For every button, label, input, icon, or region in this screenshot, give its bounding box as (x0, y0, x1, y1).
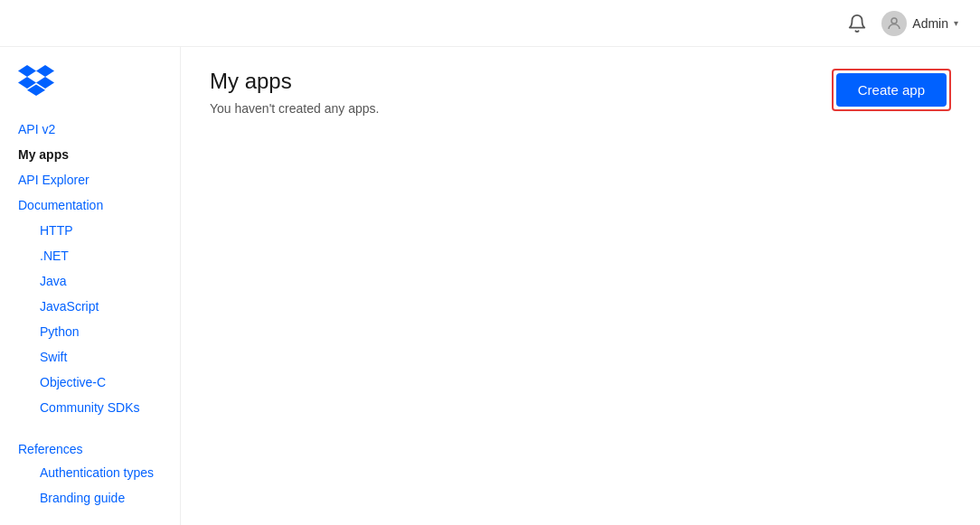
sidebar-item-branding-guide[interactable]: Branding guide (0, 485, 180, 511)
sidebar-item-java[interactable]: Java (0, 268, 180, 294)
logo-area (0, 65, 180, 117)
svg-point-0 (891, 18, 897, 23)
sidebar-item-javascript[interactable]: JavaScript (0, 294, 180, 319)
main-layout: API v2 My apps API Explorer Documentatio… (0, 47, 980, 525)
page-title: My apps (210, 69, 379, 94)
content-area: My apps You haven't created any apps. Cr… (181, 47, 980, 525)
sidebar-item-api-explorer[interactable]: API Explorer (0, 167, 180, 192)
sidebar-item-python[interactable]: Python (0, 319, 180, 344)
dropbox-logo-icon (18, 65, 54, 96)
user-menu[interactable]: Admin ▾ (881, 11, 958, 36)
page-title-area: My apps You haven't created any apps. (210, 69, 379, 116)
sidebar-item-authentication-types[interactable]: Authentication types (0, 460, 180, 485)
sidebar-item-http[interactable]: HTTP (0, 218, 180, 243)
user-label: Admin (912, 16, 948, 31)
sidebar-item-objective-c[interactable]: Objective-C (0, 370, 180, 395)
empty-message: You haven't created any apps. (210, 101, 379, 116)
sidebar-references-section[interactable]: References (0, 433, 180, 460)
create-app-button[interactable]: Create app (836, 73, 947, 107)
sidebar-item-my-apps[interactable]: My apps (0, 142, 180, 167)
sidebar-item-documentation[interactable]: Documentation (0, 192, 180, 218)
sidebar-item-api-v2[interactable]: API v2 (0, 117, 180, 142)
header-right: Admin ▾ (847, 11, 958, 36)
sidebar: API v2 My apps API Explorer Documentatio… (0, 47, 181, 525)
content-header: My apps You haven't created any apps. Cr… (210, 69, 951, 116)
top-header: Admin ▾ (0, 0, 980, 47)
app-container: Admin ▾ API v2 My apps API Explorer (0, 0, 980, 525)
sidebar-item-swift[interactable]: Swift (0, 344, 180, 370)
create-app-highlight: Create app (832, 69, 951, 111)
chevron-down-icon: ▾ (954, 18, 958, 28)
user-avatar-icon (881, 11, 907, 36)
sidebar-item-community-sdks[interactable]: Community SDKs (0, 395, 180, 420)
sidebar-item-dotnet[interactable]: .NET (0, 243, 180, 268)
bell-icon[interactable] (847, 14, 867, 33)
